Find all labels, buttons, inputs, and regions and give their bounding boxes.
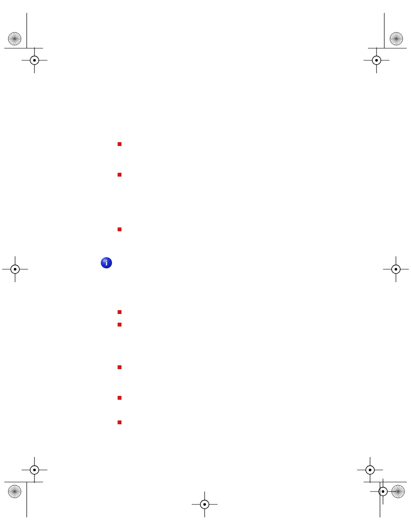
info-icon bbox=[101, 257, 112, 268]
list-bullet bbox=[118, 365, 121, 369]
crop-mark-mid-right bbox=[377, 254, 411, 286]
crop-mark-top-right bbox=[351, 0, 411, 84]
list-bullet bbox=[118, 420, 121, 424]
crop-mark-top-left bbox=[0, 0, 60, 84]
crop-mark-bottom-left bbox=[0, 448, 60, 532]
list-bullet bbox=[118, 323, 121, 327]
list-bullet bbox=[118, 310, 121, 314]
list-bullet bbox=[118, 142, 121, 146]
crop-mark-mid-left bbox=[0, 254, 34, 286]
list-bullet bbox=[118, 227, 121, 231]
crop-mark-bottom-right bbox=[346, 448, 411, 532]
list-bullet bbox=[118, 396, 121, 400]
crop-mark-bottom-center bbox=[185, 487, 224, 523]
list-bullet bbox=[118, 173, 121, 177]
